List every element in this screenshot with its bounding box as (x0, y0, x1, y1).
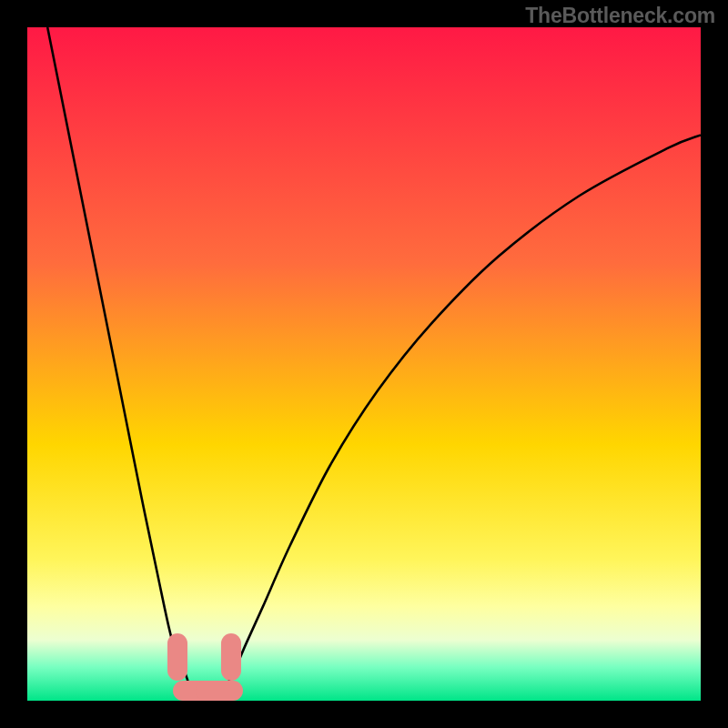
gradient-background (27, 27, 701, 701)
svg-rect-0 (27, 27, 701, 701)
plot-area (27, 27, 701, 701)
watermark: TheBottleneck.com (525, 4, 715, 28)
data-marker (221, 633, 241, 681)
data-marker (167, 633, 187, 681)
data-marker (196, 681, 243, 701)
